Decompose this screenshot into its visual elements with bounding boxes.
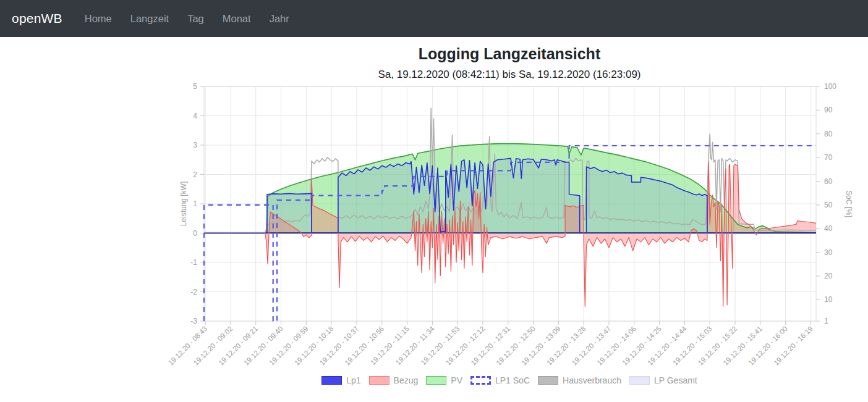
svg-text:100: 100 — [824, 82, 836, 91]
legend-item-pv[interactable]: PV — [426, 375, 462, 385]
legend-item-lp1[interactable]: Lp1 — [321, 375, 360, 385]
plot-series — [204, 109, 816, 321]
legend-item-lp-gesamt[interactable]: LP Gesamt — [629, 375, 697, 385]
legend-label: LP1 SoC — [495, 375, 530, 385]
svg-text:50: 50 — [824, 201, 833, 209]
legend-item-lp1-soc[interactable]: LP1 SoC — [470, 375, 530, 385]
navbar: openWB Home Langzeit Tag Monat Jahr — [0, 0, 868, 37]
right-axis-title: SoC [%] — [845, 190, 853, 217]
legend-swatch — [369, 376, 389, 385]
legend-label: Bezug — [394, 375, 419, 385]
legend-swatch — [470, 376, 491, 385]
svg-text:60: 60 — [824, 177, 833, 186]
legend-swatch — [629, 376, 650, 385]
legend-label: LP Gesamt — [654, 375, 697, 385]
legend-label: Hausverbrauch — [563, 375, 621, 385]
legend-swatch — [538, 376, 558, 385]
svg-text:70: 70 — [824, 153, 833, 162]
svg-text:20: 20 — [824, 272, 833, 280]
nav-item-jahr[interactable]: Jahr — [270, 13, 289, 25]
legend-label: PV — [451, 375, 462, 385]
svg-text:2: 2 — [193, 170, 197, 179]
svg-text:-3: -3 — [190, 317, 197, 325]
svg-text:90: 90 — [824, 106, 833, 114]
chart-legend: Lp1BezugPVLP1 SoCHausverbrauchLP Gesamt — [151, 375, 868, 385]
svg-text:5: 5 — [193, 82, 197, 91]
nav-item-tag[interactable]: Tag — [187, 13, 204, 25]
svg-text:3: 3 — [193, 141, 197, 149]
svg-text:1: 1 — [824, 317, 828, 325]
nav-item-home[interactable]: Home — [85, 13, 112, 25]
legend-swatch — [321, 376, 342, 385]
app-logo[interactable]: openWB — [12, 11, 62, 26]
legend-label: Lp1 — [346, 375, 360, 385]
svg-text:30: 30 — [824, 248, 833, 257]
page-subtitle: Sa, 19.12.2020 (08:42:11) bis Sa, 19.12.… — [151, 69, 868, 81]
left-axis-title: Leistung [kW] — [179, 182, 188, 227]
svg-text:0: 0 — [193, 229, 197, 238]
svg-text:4: 4 — [193, 112, 197, 120]
nav-item-monat[interactable]: Monat — [223, 13, 251, 25]
legend-swatch — [426, 376, 446, 385]
nav-item-langzeit[interactable]: Langzeit — [130, 13, 169, 25]
page-title: Logging Langzeitansicht — [151, 45, 868, 63]
svg-text:40: 40 — [824, 224, 833, 233]
svg-text:1: 1 — [193, 199, 197, 208]
legend-item-bezug[interactable]: Bezug — [369, 375, 419, 385]
svg-text:-1: -1 — [190, 258, 197, 267]
svg-text:80: 80 — [824, 130, 833, 138]
legend-item-hausverbrauch[interactable]: Hausverbrauch — [538, 375, 621, 385]
svg-text:10: 10 — [824, 295, 833, 304]
svg-text:-2: -2 — [190, 288, 197, 296]
